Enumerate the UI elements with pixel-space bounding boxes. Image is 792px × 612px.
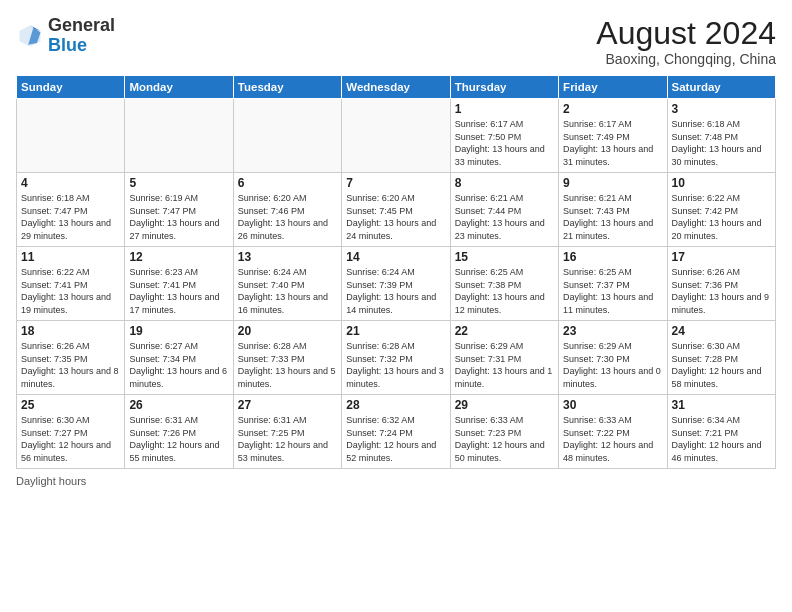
day-info: Sunrise: 6:34 AM Sunset: 7:21 PM Dayligh…	[672, 414, 771, 464]
day-number: 28	[346, 398, 445, 412]
week-row-4: 18Sunrise: 6:26 AM Sunset: 7:35 PM Dayli…	[17, 321, 776, 395]
day-cell	[342, 99, 450, 173]
day-number: 5	[129, 176, 228, 190]
weekday-thursday: Thursday	[450, 76, 558, 99]
day-number: 13	[238, 250, 337, 264]
day-number: 21	[346, 324, 445, 338]
day-number: 30	[563, 398, 662, 412]
day-cell: 16Sunrise: 6:25 AM Sunset: 7:37 PM Dayli…	[559, 247, 667, 321]
day-cell: 8Sunrise: 6:21 AM Sunset: 7:44 PM Daylig…	[450, 173, 558, 247]
logo: General Blue	[16, 16, 115, 56]
day-cell: 15Sunrise: 6:25 AM Sunset: 7:38 PM Dayli…	[450, 247, 558, 321]
day-info: Sunrise: 6:19 AM Sunset: 7:47 PM Dayligh…	[129, 192, 228, 242]
day-cell	[125, 99, 233, 173]
day-cell: 26Sunrise: 6:31 AM Sunset: 7:26 PM Dayli…	[125, 395, 233, 469]
day-number: 15	[455, 250, 554, 264]
day-cell: 14Sunrise: 6:24 AM Sunset: 7:39 PM Dayli…	[342, 247, 450, 321]
day-info: Sunrise: 6:27 AM Sunset: 7:34 PM Dayligh…	[129, 340, 228, 390]
day-cell: 11Sunrise: 6:22 AM Sunset: 7:41 PM Dayli…	[17, 247, 125, 321]
day-info: Sunrise: 6:32 AM Sunset: 7:24 PM Dayligh…	[346, 414, 445, 464]
day-number: 17	[672, 250, 771, 264]
day-cell	[233, 99, 341, 173]
day-number: 1	[455, 102, 554, 116]
day-number: 4	[21, 176, 120, 190]
day-info: Sunrise: 6:20 AM Sunset: 7:46 PM Dayligh…	[238, 192, 337, 242]
weekday-friday: Friday	[559, 76, 667, 99]
day-number: 26	[129, 398, 228, 412]
week-row-1: 1Sunrise: 6:17 AM Sunset: 7:50 PM Daylig…	[17, 99, 776, 173]
day-cell: 7Sunrise: 6:20 AM Sunset: 7:45 PM Daylig…	[342, 173, 450, 247]
day-info: Sunrise: 6:29 AM Sunset: 7:30 PM Dayligh…	[563, 340, 662, 390]
weekday-saturday: Saturday	[667, 76, 775, 99]
logo-general: General	[48, 15, 115, 35]
day-cell: 27Sunrise: 6:31 AM Sunset: 7:25 PM Dayli…	[233, 395, 341, 469]
week-row-5: 25Sunrise: 6:30 AM Sunset: 7:27 PM Dayli…	[17, 395, 776, 469]
day-number: 23	[563, 324, 662, 338]
day-info: Sunrise: 6:18 AM Sunset: 7:47 PM Dayligh…	[21, 192, 120, 242]
weekday-wednesday: Wednesday	[342, 76, 450, 99]
day-info: Sunrise: 6:33 AM Sunset: 7:23 PM Dayligh…	[455, 414, 554, 464]
day-number: 2	[563, 102, 662, 116]
day-info: Sunrise: 6:30 AM Sunset: 7:27 PM Dayligh…	[21, 414, 120, 464]
location: Baoxing, Chongqing, China	[596, 51, 776, 67]
day-cell: 9Sunrise: 6:21 AM Sunset: 7:43 PM Daylig…	[559, 173, 667, 247]
day-info: Sunrise: 6:18 AM Sunset: 7:48 PM Dayligh…	[672, 118, 771, 168]
week-row-3: 11Sunrise: 6:22 AM Sunset: 7:41 PM Dayli…	[17, 247, 776, 321]
day-info: Sunrise: 6:25 AM Sunset: 7:37 PM Dayligh…	[563, 266, 662, 316]
day-cell: 28Sunrise: 6:32 AM Sunset: 7:24 PM Dayli…	[342, 395, 450, 469]
day-cell: 13Sunrise: 6:24 AM Sunset: 7:40 PM Dayli…	[233, 247, 341, 321]
day-cell: 24Sunrise: 6:30 AM Sunset: 7:28 PM Dayli…	[667, 321, 775, 395]
day-number: 31	[672, 398, 771, 412]
day-cell: 25Sunrise: 6:30 AM Sunset: 7:27 PM Dayli…	[17, 395, 125, 469]
logo-text: General Blue	[48, 16, 115, 56]
day-info: Sunrise: 6:21 AM Sunset: 7:43 PM Dayligh…	[563, 192, 662, 242]
day-cell: 10Sunrise: 6:22 AM Sunset: 7:42 PM Dayli…	[667, 173, 775, 247]
day-info: Sunrise: 6:17 AM Sunset: 7:50 PM Dayligh…	[455, 118, 554, 168]
day-number: 19	[129, 324, 228, 338]
day-number: 7	[346, 176, 445, 190]
day-cell: 30Sunrise: 6:33 AM Sunset: 7:22 PM Dayli…	[559, 395, 667, 469]
day-number: 10	[672, 176, 771, 190]
day-cell: 1Sunrise: 6:17 AM Sunset: 7:50 PM Daylig…	[450, 99, 558, 173]
weekday-sunday: Sunday	[17, 76, 125, 99]
day-info: Sunrise: 6:23 AM Sunset: 7:41 PM Dayligh…	[129, 266, 228, 316]
day-info: Sunrise: 6:20 AM Sunset: 7:45 PM Dayligh…	[346, 192, 445, 242]
day-cell: 12Sunrise: 6:23 AM Sunset: 7:41 PM Dayli…	[125, 247, 233, 321]
day-info: Sunrise: 6:17 AM Sunset: 7:49 PM Dayligh…	[563, 118, 662, 168]
day-cell: 23Sunrise: 6:29 AM Sunset: 7:30 PM Dayli…	[559, 321, 667, 395]
day-info: Sunrise: 6:24 AM Sunset: 7:40 PM Dayligh…	[238, 266, 337, 316]
day-number: 22	[455, 324, 554, 338]
day-number: 11	[21, 250, 120, 264]
logo-icon	[16, 22, 44, 50]
day-info: Sunrise: 6:33 AM Sunset: 7:22 PM Dayligh…	[563, 414, 662, 464]
calendar: SundayMondayTuesdayWednesdayThursdayFrid…	[16, 75, 776, 469]
day-number: 20	[238, 324, 337, 338]
day-info: Sunrise: 6:26 AM Sunset: 7:36 PM Dayligh…	[672, 266, 771, 316]
day-info: Sunrise: 6:22 AM Sunset: 7:41 PM Dayligh…	[21, 266, 120, 316]
day-info: Sunrise: 6:21 AM Sunset: 7:44 PM Dayligh…	[455, 192, 554, 242]
day-info: Sunrise: 6:28 AM Sunset: 7:32 PM Dayligh…	[346, 340, 445, 390]
day-number: 16	[563, 250, 662, 264]
title-block: August 2024 Baoxing, Chongqing, China	[596, 16, 776, 67]
day-cell: 20Sunrise: 6:28 AM Sunset: 7:33 PM Dayli…	[233, 321, 341, 395]
footer: Daylight hours	[16, 475, 776, 487]
day-cell: 29Sunrise: 6:33 AM Sunset: 7:23 PM Dayli…	[450, 395, 558, 469]
day-cell: 6Sunrise: 6:20 AM Sunset: 7:46 PM Daylig…	[233, 173, 341, 247]
day-cell: 21Sunrise: 6:28 AM Sunset: 7:32 PM Dayli…	[342, 321, 450, 395]
day-info: Sunrise: 6:29 AM Sunset: 7:31 PM Dayligh…	[455, 340, 554, 390]
day-cell: 2Sunrise: 6:17 AM Sunset: 7:49 PM Daylig…	[559, 99, 667, 173]
day-cell: 22Sunrise: 6:29 AM Sunset: 7:31 PM Dayli…	[450, 321, 558, 395]
day-number: 24	[672, 324, 771, 338]
day-cell	[17, 99, 125, 173]
weekday-tuesday: Tuesday	[233, 76, 341, 99]
day-info: Sunrise: 6:28 AM Sunset: 7:33 PM Dayligh…	[238, 340, 337, 390]
day-cell: 3Sunrise: 6:18 AM Sunset: 7:48 PM Daylig…	[667, 99, 775, 173]
day-info: Sunrise: 6:31 AM Sunset: 7:26 PM Dayligh…	[129, 414, 228, 464]
day-cell: 18Sunrise: 6:26 AM Sunset: 7:35 PM Dayli…	[17, 321, 125, 395]
day-cell: 5Sunrise: 6:19 AM Sunset: 7:47 PM Daylig…	[125, 173, 233, 247]
day-info: Sunrise: 6:22 AM Sunset: 7:42 PM Dayligh…	[672, 192, 771, 242]
day-info: Sunrise: 6:25 AM Sunset: 7:38 PM Dayligh…	[455, 266, 554, 316]
footer-label: Daylight hours	[16, 475, 86, 487]
week-row-2: 4Sunrise: 6:18 AM Sunset: 7:47 PM Daylig…	[17, 173, 776, 247]
page: General Blue August 2024 Baoxing, Chongq…	[0, 0, 792, 612]
